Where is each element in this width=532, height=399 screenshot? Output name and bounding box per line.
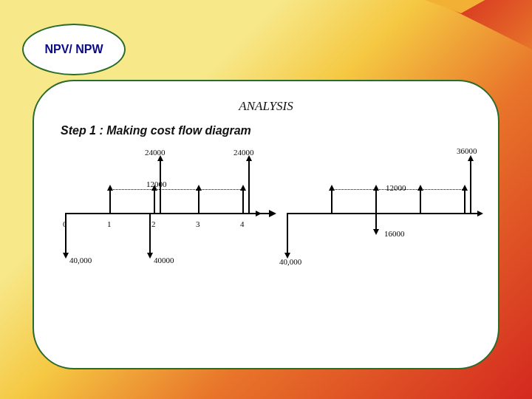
arrow-down-icon (147, 253, 153, 259)
salvage-4 (248, 160, 250, 213)
cf-up (109, 189, 111, 213)
arrow-up-icon (462, 185, 468, 191)
title-badge-label: NPV/ NPW (44, 43, 103, 56)
period-3: 3 (196, 219, 200, 228)
arrow-up-icon (417, 185, 423, 191)
cashflow-diagram-left: 0 1 2 3 4 12000 24000 24000 40,000 40000 (55, 143, 256, 269)
cost-0 (65, 214, 66, 254)
cf-up (242, 189, 244, 213)
axis-line (287, 213, 479, 214)
arrow-up-icon (468, 155, 474, 161)
content-card: ANALYSIS Step 1 : Making cost flow diagr… (33, 80, 499, 369)
cf-up (331, 189, 332, 213)
arrow-down-icon (373, 229, 379, 235)
slide-corner-accent (430, 0, 532, 50)
axis-line (65, 213, 257, 214)
cashflow-diagram-right: 12000 36000 40,000 16000 (276, 143, 477, 269)
arrow-down-icon (63, 253, 69, 259)
net-cost-2-label: 16000 (384, 229, 405, 238)
cost-0 (287, 214, 288, 254)
cost-2-label: 40000 (154, 256, 174, 265)
cf-up (375, 189, 377, 213)
cf-up (464, 189, 466, 213)
salvage-4-label: 24000 (233, 148, 254, 157)
diagrams-row: 0 1 2 3 4 12000 24000 24000 40,000 40000 (55, 143, 477, 269)
cost-0-label: 40,000 (279, 257, 301, 266)
cf-up (154, 189, 155, 213)
section-title: ANALYSIS (55, 99, 477, 114)
arrow-up-icon (196, 185, 202, 191)
cost-0-label: 40,000 (69, 256, 92, 265)
transform-arrow-container (256, 143, 276, 269)
axis-arrow (477, 211, 483, 216)
title-badge: NPV/ NPW (22, 24, 126, 75)
salvage-2 (160, 160, 161, 213)
annual-label: 12000 (386, 183, 406, 192)
arrow-up-icon (329, 185, 335, 191)
net-cost-2 (375, 214, 377, 231)
annual-level-line (108, 189, 245, 190)
step-heading: Step 1 : Making cost flow diagram (61, 124, 477, 137)
arrow-up-icon (107, 185, 113, 191)
cf-up (198, 189, 200, 213)
period-2: 2 (151, 219, 156, 228)
cf-up (420, 189, 421, 213)
cost-2 (149, 214, 151, 254)
arrow-up-icon (373, 185, 379, 191)
arrow-up-icon (240, 185, 246, 191)
period-1: 1 (107, 219, 112, 228)
end-value-label: 36000 (457, 146, 477, 155)
end-value (470, 160, 471, 213)
period-4: 4 (240, 219, 245, 228)
arrow-up-icon (151, 185, 157, 191)
salvage-2-label: 24000 (145, 148, 166, 157)
